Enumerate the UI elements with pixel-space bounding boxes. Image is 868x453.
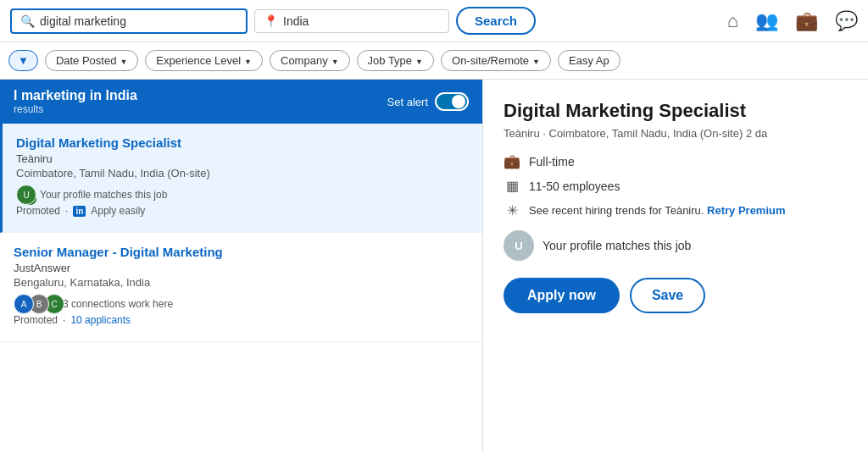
briefcase-icon[interactable]: 💼 bbox=[795, 10, 818, 32]
job-title: Senior Manager - Digital Marketing bbox=[14, 245, 469, 259]
apply-now-button[interactable]: Apply now bbox=[504, 278, 620, 313]
job-detail-meta: Teàniru · Coimbatore, Tamil Nadu, India … bbox=[504, 127, 848, 140]
experience-level-label: Experience Level bbox=[156, 54, 241, 67]
connections-indicator: A B C 3 connections work here bbox=[14, 294, 469, 314]
separator: · bbox=[65, 205, 68, 217]
filter-bar: ▼ Date Posted Experience Level Company J… bbox=[0, 42, 868, 80]
save-button[interactable]: Save bbox=[630, 278, 705, 313]
job-list-item[interactable]: Senior Manager - Digital Marketing JustA… bbox=[0, 233, 482, 342]
promoted-badge: Promoted bbox=[14, 314, 58, 326]
job-detail-title: Digital Marketing Specialist bbox=[504, 100, 848, 122]
retry-premium-link[interactable]: Retry Premium bbox=[707, 204, 785, 217]
promoted-badge: Promoted bbox=[16, 205, 60, 217]
profile-match-detail: U Your profile matches this job bbox=[504, 230, 848, 261]
profile-avatar: U bbox=[504, 230, 534, 261]
chevron-down-icon bbox=[120, 54, 127, 67]
results-count: results bbox=[14, 103, 137, 115]
linkedin-icon: in bbox=[73, 206, 86, 217]
location-input[interactable] bbox=[283, 14, 436, 28]
chat-icon[interactable]: 💬 bbox=[835, 10, 858, 32]
toggle-knob bbox=[452, 95, 465, 108]
job-list-item[interactable]: Digital Marketing Specialist Teàniru Coi… bbox=[0, 124, 482, 233]
profile-match-text: Your profile matches this job bbox=[40, 189, 167, 201]
profile-match-indicator: U ✓ Your profile matches this job bbox=[16, 185, 469, 205]
avatar: U bbox=[16, 185, 36, 205]
job-location: Coimbatore, Tamil Nadu, India (On-site) bbox=[16, 167, 469, 180]
job-title: Digital Marketing Specialist bbox=[16, 135, 469, 150]
job-detail-info: 💼 Full-time ▦ 11-50 employees ✳ See rece… bbox=[504, 153, 848, 218]
match-highlight: this job bbox=[654, 239, 691, 252]
hiring-trend-row: ✳ See recent hiring trends for Teàniru. … bbox=[504, 202, 848, 218]
separator: · bbox=[542, 127, 548, 140]
job-company: JustAnswer bbox=[14, 262, 469, 274]
date-posted-label: Date Posted bbox=[56, 54, 117, 67]
company-label: Company bbox=[281, 54, 328, 67]
avatar-stack: A B C bbox=[14, 294, 59, 314]
home-icon[interactable]: ⌂ bbox=[727, 10, 738, 32]
search-bar: Search ⌂ 👥 💼 💬 bbox=[0, 0, 868, 42]
people-icon[interactable]: 👥 bbox=[755, 10, 778, 32]
easy-apply-label: Easy Ap bbox=[569, 54, 609, 67]
results-header: l marketing in India results Set alert bbox=[0, 80, 482, 124]
job-meta: Promoted · in Apply easily bbox=[16, 205, 469, 217]
company-size-row: ▦ 11-50 employees bbox=[504, 178, 848, 194]
connections-text: 3 connections work here bbox=[63, 298, 173, 310]
employees-icon: ▦ bbox=[504, 178, 520, 194]
job-type-filter[interactable]: Job Type bbox=[357, 50, 434, 71]
detail-company: Teàniru bbox=[504, 127, 540, 140]
company-size: 11-50 employees bbox=[529, 180, 620, 193]
detail-location: Coimbatore, Tamil Nadu, India (On-site) bbox=[549, 127, 743, 140]
chevron-down-icon bbox=[415, 54, 423, 67]
chevron-down-icon bbox=[331, 54, 339, 67]
chevron-down-icon bbox=[244, 54, 252, 67]
avatar: A bbox=[14, 294, 34, 314]
on-site-remote-filter[interactable]: On-site/Remote bbox=[441, 50, 551, 71]
location-icon bbox=[264, 14, 278, 29]
applicants-link[interactable]: 10 applicants bbox=[70, 314, 131, 326]
set-alert-area: Set alert bbox=[387, 92, 469, 111]
briefcase-icon: 💼 bbox=[504, 153, 520, 169]
set-alert-toggle[interactable] bbox=[435, 92, 469, 111]
location-wrap bbox=[254, 9, 449, 33]
separator: · bbox=[63, 314, 65, 326]
main-content: l marketing in India results Set alert D… bbox=[0, 80, 868, 453]
date-posted-filter[interactable]: Date Posted bbox=[45, 50, 138, 71]
hiring-trend-text: See recent hiring trends for Teàniru. Re… bbox=[529, 204, 786, 217]
search-button[interactable]: Search bbox=[456, 7, 536, 35]
job-meta: Promoted · 10 applicants bbox=[14, 314, 469, 326]
job-type-label: Job Type bbox=[368, 54, 413, 67]
employment-type: Full-time bbox=[529, 155, 575, 168]
job-location: Bengaluru, Karnataka, India bbox=[14, 276, 469, 289]
profile-match-detail-text: Your profile matches this job bbox=[542, 239, 691, 252]
search-input[interactable] bbox=[40, 14, 226, 28]
experience-level-filter[interactable]: Experience Level bbox=[145, 50, 263, 71]
nav-icons: ⌂ 👥 💼 💬 bbox=[727, 10, 858, 32]
active-filter-dropdown[interactable]: ▼ bbox=[8, 50, 38, 71]
avatar-stack: U ✓ bbox=[16, 185, 36, 205]
results-title: l marketing in India bbox=[14, 88, 137, 103]
active-filter-icon: ▼ bbox=[18, 54, 29, 67]
job-company: Teàniru bbox=[16, 152, 469, 165]
trend-icon: ✳ bbox=[504, 202, 520, 218]
right-panel: Digital Marketing Specialist Teàniru · C… bbox=[483, 80, 868, 453]
employment-type-row: 💼 Full-time bbox=[504, 153, 848, 169]
easy-apply-filter[interactable]: Easy Ap bbox=[558, 50, 620, 71]
on-site-remote-label: On-site/Remote bbox=[452, 54, 529, 67]
detail-posted: 2 da bbox=[746, 127, 767, 140]
set-alert-label: Set alert bbox=[387, 96, 428, 108]
left-panel: l marketing in India results Set alert D… bbox=[0, 80, 483, 453]
company-filter[interactable]: Company bbox=[270, 50, 350, 71]
action-buttons: Apply now Save bbox=[504, 278, 848, 313]
apply-easily-text: Apply easily bbox=[91, 205, 145, 217]
search-icon bbox=[20, 14, 35, 29]
chevron-down-icon bbox=[532, 54, 540, 67]
search-input-wrap bbox=[10, 8, 248, 34]
